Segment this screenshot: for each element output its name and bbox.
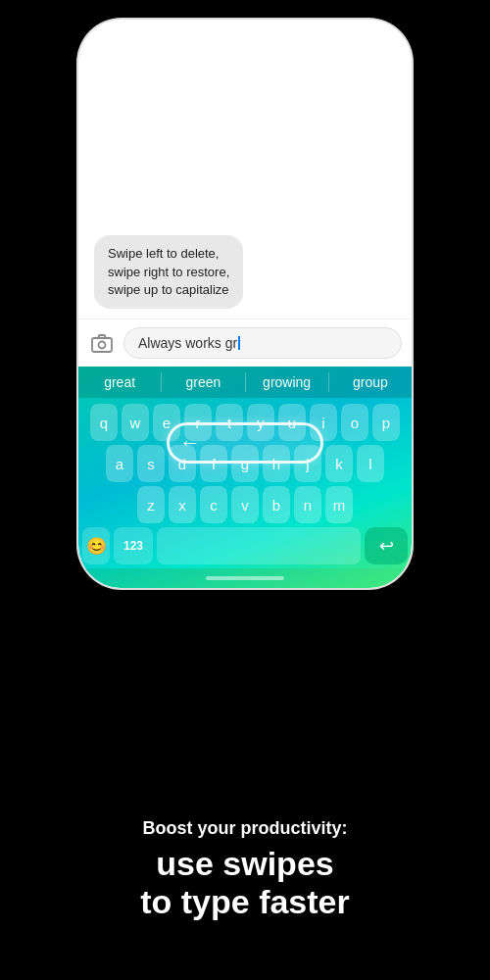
key-i[interactable]: i xyxy=(310,404,337,441)
input-field[interactable]: Always works gr xyxy=(123,327,402,359)
camera-icon xyxy=(90,331,114,355)
key-a[interactable]: a xyxy=(106,445,133,482)
home-indicator xyxy=(78,568,412,588)
svg-point-1 xyxy=(99,342,106,349)
key-p[interactable]: p xyxy=(372,404,400,441)
key-space[interactable] xyxy=(157,527,361,564)
key-y[interactable]: y xyxy=(247,404,274,441)
key-s[interactable]: s xyxy=(137,445,165,482)
headline-line2: to type faster xyxy=(39,883,451,921)
bottom-text-section: Boost your productivity: use swipes to t… xyxy=(0,818,490,921)
key-rows-area: q w e r t y u i o p xyxy=(78,398,412,568)
key-b[interactable]: b xyxy=(263,486,290,523)
phone-wrapper: Swipe left to delete, swipe right to res… xyxy=(78,20,412,588)
main-headline: use swipes to type faster xyxy=(39,845,451,921)
key-l[interactable]: l xyxy=(357,445,384,482)
key-w[interactable]: w xyxy=(122,404,149,441)
camera-icon-wrap[interactable] xyxy=(88,329,116,357)
chat-bubble-text: Swipe left to delete, swipe right to res… xyxy=(108,246,229,296)
svg-rect-0 xyxy=(92,338,112,352)
key-rows: q w e r t y u i o p xyxy=(78,398,412,568)
key-f[interactable]: f xyxy=(200,445,227,482)
autocorrect-item-0[interactable]: great xyxy=(78,372,161,392)
key-d[interactable]: d xyxy=(169,445,196,482)
key-e[interactable]: e xyxy=(153,404,180,441)
key-n[interactable]: n xyxy=(294,486,321,523)
key-c[interactable]: c xyxy=(200,486,227,523)
key-emoji[interactable]: 😊 xyxy=(82,527,110,564)
key-m[interactable]: m xyxy=(325,486,353,523)
key-row-1: q w e r t y u i o p xyxy=(82,404,408,441)
chat-bubble: Swipe left to delete, swipe right to res… xyxy=(94,235,243,309)
key-z[interactable]: z xyxy=(137,486,165,523)
key-j[interactable]: j xyxy=(294,445,321,482)
key-h[interactable]: h xyxy=(263,445,290,482)
phone-frame: Swipe left to delete, swipe right to res… xyxy=(78,20,412,588)
status-bar xyxy=(78,20,412,49)
page-wrapper: Swipe left to delete, swipe right to res… xyxy=(0,0,490,980)
key-row-bottom: 😊 123 ↩ xyxy=(82,527,408,564)
key-row-3: z x c v b n m xyxy=(82,486,408,523)
text-cursor xyxy=(238,336,240,350)
autocorrect-item-1[interactable]: green xyxy=(161,372,244,392)
key-123[interactable]: 123 xyxy=(114,527,153,564)
input-text: Always works gr xyxy=(138,335,237,351)
autocorrect-item-3[interactable]: group xyxy=(328,372,412,392)
key-r[interactable]: r xyxy=(184,404,212,441)
key-k[interactable]: k xyxy=(325,445,353,482)
key-v[interactable]: v xyxy=(231,486,259,523)
key-g[interactable]: g xyxy=(231,445,259,482)
key-o[interactable]: o xyxy=(341,404,368,441)
key-x[interactable]: x xyxy=(169,486,196,523)
headline-line1: use swipes xyxy=(39,845,451,883)
autocorrect-bar: great green growing group xyxy=(78,367,412,398)
boost-label-bold: Boost your productivity: xyxy=(142,818,347,838)
home-bar xyxy=(206,576,284,580)
key-row-2: a s d f g h j k l xyxy=(82,445,408,482)
return-icon: ↩ xyxy=(379,535,394,557)
chat-area: Swipe left to delete, swipe right to res… xyxy=(78,49,412,318)
key-q[interactable]: q xyxy=(90,404,118,441)
key-u[interactable]: u xyxy=(278,404,306,441)
boost-label: Boost your productivity: xyxy=(39,818,451,839)
input-bar: Always works gr xyxy=(78,318,412,367)
key-t[interactable]: t xyxy=(216,404,243,441)
autocorrect-item-2[interactable]: growing xyxy=(245,372,328,392)
key-return[interactable]: ↩ xyxy=(365,527,408,564)
keyboard: great green growing group q w e xyxy=(78,367,412,588)
